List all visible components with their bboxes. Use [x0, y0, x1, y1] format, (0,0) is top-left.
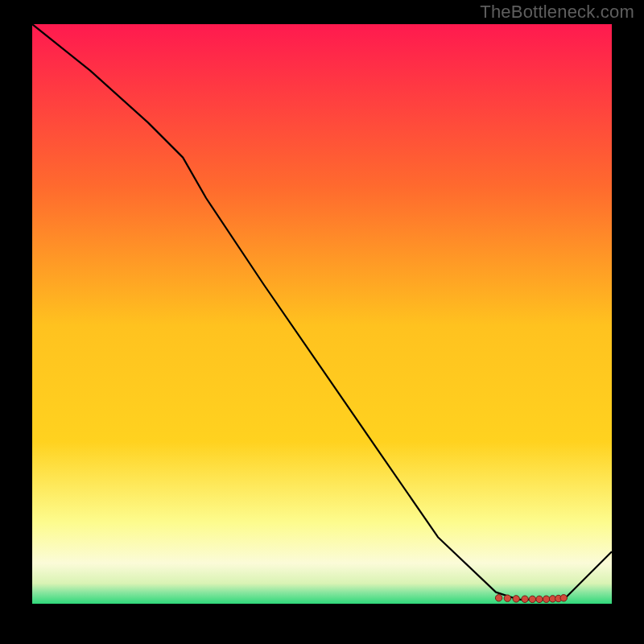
optimum-marker [529, 596, 535, 602]
gradient-background [32, 24, 612, 604]
optimum-marker [522, 596, 528, 602]
optimum-marker-cluster [495, 595, 567, 603]
chart-svg [32, 24, 612, 604]
optimum-marker [536, 596, 543, 602]
chart-frame: TheBottleneck.com [0, 0, 644, 644]
plot-area [32, 24, 612, 604]
optimum-marker [495, 595, 502, 601]
optimum-marker [513, 596, 519, 602]
optimum-marker [543, 596, 549, 602]
optimum-marker [504, 595, 510, 601]
optimum-marker [560, 595, 567, 601]
attribution-text: TheBottleneck.com [480, 2, 634, 23]
